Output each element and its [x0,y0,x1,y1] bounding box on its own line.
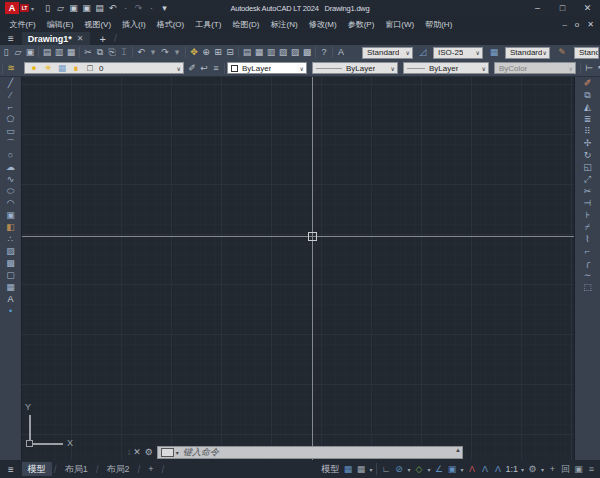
menu-item-8[interactable]: 修改(M) [303,19,342,30]
help-icon[interactable]: ? [318,46,330,59]
revcloud-icon[interactable]: ☁ [3,161,19,173]
markup-icon[interactable]: ▨ [289,46,301,59]
sheet-set-icon[interactable]: ▧ [277,46,289,59]
grid-icon[interactable]: ▦ [341,462,354,476]
menu-item-0[interactable]: 文件(F) [4,19,41,30]
circle-icon[interactable]: ○ [3,149,19,161]
layer-on-icon[interactable]: ● [28,62,40,75]
command-input[interactable]: ▾ 键入命令 ▲ [157,446,463,459]
arc-icon[interactable]: ⌒ [3,137,19,149]
linetype-combo[interactable]: ByLayer∨ [312,62,398,74]
drawing-canvas[interactable]: Y X ⁞ ✕ ⚙ ▾ 键入命令 ▲ [22,77,574,460]
hatch-icon[interactable]: ▨ [3,245,19,257]
dim-style-icon[interactable]: ◿ [417,46,429,59]
layer-lock-icon[interactable]: ∎ [70,62,82,75]
mirror-icon[interactable]: ◭ [580,101,596,113]
table-style-combo[interactable]: Standard∨ [505,47,550,59]
layout-menu-icon[interactable]: ≡ [8,464,14,475]
isodraft-icon-caret[interactable]: ▾ [425,466,432,473]
polar-icon[interactable]: ⊘ [392,462,405,476]
menu-item-2[interactable]: 视图(V) [79,19,117,30]
doc-close-button[interactable]: ✕ [587,20,594,29]
break-point-icon[interactable]: ⊦ [580,209,596,221]
copy-clip-icon[interactable]: ⧉ [94,46,106,59]
offset-icon[interactable]: ≣ [580,113,596,125]
break-icon[interactable]: ⌿ [580,221,596,233]
command-close-icon[interactable]: ✕ [133,447,141,457]
menu-item-11[interactable]: 帮助(H) [420,19,458,30]
doc-restore-button[interactable]: o [575,20,579,29]
menu-item-3[interactable]: 插入(I) [117,19,152,30]
table-icon[interactable]: ▦ [3,281,19,293]
layout-tab-模型[interactable]: 模型 [22,462,52,476]
dim-style-combo[interactable]: ISO-25∨ [433,47,483,59]
layer-properties-icon[interactable]: ≋ [5,62,17,75]
properties-icon[interactable]: ▤ [241,46,253,59]
move-icon[interactable]: ✢ [580,137,596,149]
new-layout-button[interactable]: + [142,462,159,476]
layer-vp-freeze-icon[interactable]: ▦ [56,62,68,75]
maximize-button[interactable]: □ [550,0,575,16]
snap-icon-caret[interactable]: ▾ [367,466,374,473]
zoom-previous-icon[interactable]: ⊟ [224,46,236,59]
command-line-bar[interactable]: ⁞ ✕ ⚙ ▾ 键入命令 ▲ [128,445,463,459]
new-sheet-icon[interactable]: ▯ [0,46,12,59]
layer-previous-icon[interactable]: ↩ [198,62,210,75]
menu-item-9[interactable]: 参数(P) [342,19,380,30]
redo-icon[interactable]: ↷ [159,46,171,59]
undo-caret-icon[interactable]: ▾ [147,46,159,59]
gradient-icon[interactable]: ▩ [3,257,19,269]
array-icon[interactable]: ⠿ [580,125,596,137]
annotation-scale-value[interactable]: 1:1 [505,464,518,474]
otrack-icon[interactable]: ∠ [432,462,445,476]
add-cleanup-icon[interactable]: + [546,462,559,476]
command-grip[interactable]: ⁞ [128,448,129,457]
ellipse-icon[interactable]: ⬭ [3,185,19,197]
mleader-style-combo[interactable]: Stand [574,47,599,59]
text-style-icon[interactable]: A [335,46,347,59]
line-icon[interactable]: ╱ [3,77,19,89]
ellipse-arc-icon[interactable]: ◠ [3,197,19,209]
plot-icon[interactable]: ▤ [41,46,53,59]
match-properties-icon[interactable]: ⌶ [118,46,130,59]
open-icon[interactable]: ▱ [12,46,24,59]
close-button[interactable]: ✕ [575,0,600,16]
polygon-icon[interactable]: ⬠ [3,113,19,125]
annotation-scale-icon[interactable]: Λ [491,462,504,476]
layer-color-icon[interactable]: □ [84,62,96,75]
menu-item-10[interactable]: 窗口(W) [380,19,420,30]
layout-tab-布局1[interactable]: 布局1 [59,462,94,476]
quickcalc-icon[interactable]: ▩ [301,46,313,59]
customization-icon[interactable]: ⚙ [526,462,539,476]
publish-icon[interactable]: ▦ [65,46,77,59]
isodraft-icon[interactable]: ◇ [412,462,425,476]
region-icon[interactable]: ▢ [3,269,19,281]
design-center-icon[interactable]: ▦ [253,46,265,59]
command-prompt-icon[interactable] [161,448,174,457]
table-style-icon[interactable]: ▦ [488,46,500,59]
clean-screen-icon[interactable]: ▣ [572,462,585,476]
menu-item-1[interactable]: 编辑(E) [41,19,79,30]
rectangle-icon[interactable]: ▭ [3,125,19,137]
osnap-icon-caret[interactable]: ▾ [458,466,465,473]
blend-icon[interactable]: ∼ [580,269,596,281]
redo-caret-icon[interactable]: ▾ [171,46,183,59]
scale-icon[interactable]: ◱ [580,161,596,173]
lineweight-combo[interactable]: ByLayer∨ [403,62,489,74]
polyline-icon[interactable]: ⌐ [3,101,19,113]
snap-icon[interactable]: ▦ [354,462,367,476]
command-caret-icon[interactable]: ▾ [176,449,179,456]
list-icon[interactable]: ↖ [595,62,600,75]
new-tab-button[interactable]: + [100,33,106,45]
layer-freeze-icon[interactable]: ☀ [42,62,54,75]
command-scroll-up-icon[interactable]: ▲ [455,447,461,453]
mtext-icon[interactable]: A [3,293,19,305]
scale-caret-icon[interactable]: ▾ [519,466,526,473]
menu-item-6[interactable]: 绘图(D) [227,19,265,30]
minimize-button[interactable]: – [525,0,550,16]
insert-block-icon[interactable]: ▣ [3,209,19,221]
zoom-realtime-icon[interactable]: ⊕ [200,46,212,59]
color-combo[interactable]: ByLayer∨ [227,62,307,74]
spline-icon[interactable]: ∿ [3,173,19,185]
extend-icon[interactable]: ⊣ [580,197,596,209]
